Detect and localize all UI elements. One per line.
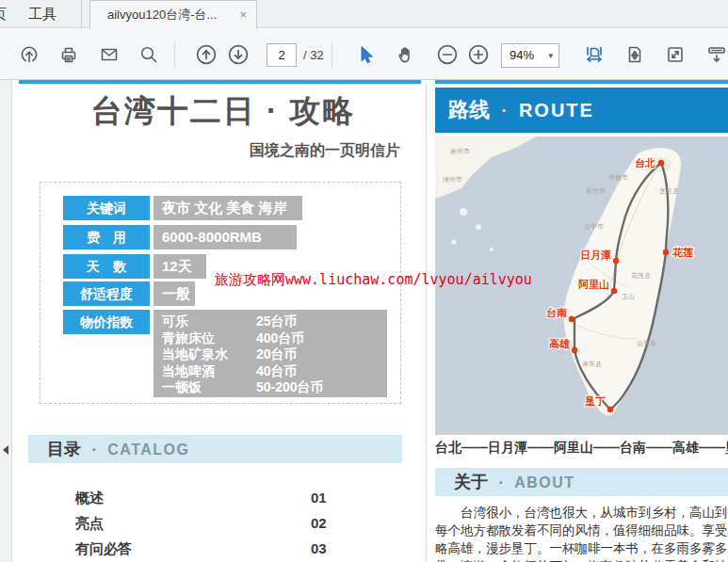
map-minor-label: 中坜市: [608, 173, 628, 182]
envelope-icon: [99, 44, 120, 65]
fit-page-icon: [624, 44, 645, 65]
zoom-out-button[interactable]: [431, 39, 463, 71]
plus-circle-icon: [467, 43, 490, 66]
price-row: 当地矿泉水 20台币: [162, 346, 387, 363]
actual-size-button[interactable]: [659, 39, 691, 71]
map-marker-tainan: [569, 316, 574, 322]
map-minor-label: 玉山: [622, 293, 635, 299]
info-label-cost: 费 用: [63, 225, 150, 249]
page-down-icon: [227, 43, 250, 66]
zoom-level-dropdown[interactable]: 94% ▾: [501, 43, 559, 68]
toolbar-divider: [332, 41, 332, 68]
price-row: 当地啤酒 40台币: [162, 363, 387, 380]
previous-page-edge: [19, 80, 421, 84]
catalog-item-label: 亮点: [75, 515, 104, 531]
about-line: 略高雄，漫步垦丁。一杯咖啡一本书，在多雨多雾多梦想的空: [435, 539, 728, 557]
document-tab[interactable]: ailvyou120台湾-台... ×: [89, 0, 257, 29]
info-label-keywords: 关键词: [63, 196, 150, 220]
map-marker-kenting: [607, 407, 613, 412]
watermark-text: 旅游攻略网www.liuchaw.com/lvyou/ailvyou: [215, 271, 532, 289]
catalog-item-label: 有问必答: [75, 540, 132, 556]
price-item-value: 50-200台币: [256, 379, 324, 396]
document-tab-title: ailvyou120台湾-台...: [107, 1, 217, 29]
previous-page-button[interactable]: [190, 39, 222, 71]
route-itinerary-text: 台北——日月潭——阿里山——台南——高雄——垦丁: [435, 440, 728, 457]
route-header-cn: 路线: [448, 98, 490, 121]
map-minor-label: 屏东县: [582, 361, 602, 367]
info-value-comfort: 一般: [154, 281, 195, 306]
search-icon: [138, 44, 159, 65]
cursor-arrow-icon: [355, 44, 376, 65]
map-minor-label: 台中市: [584, 222, 604, 231]
route-header-dot: ·: [501, 102, 507, 120]
about-header-en: ABOUT: [514, 474, 574, 490]
panel-collapse-arrow[interactable]: [3, 445, 8, 455]
map-minor-label: 漳州市: [443, 175, 462, 184]
catalog-item-label: 概述: [75, 490, 104, 506]
catalog-section-header: 目录 · CATALOG: [28, 435, 402, 463]
info-label-comfort: 舒适程度: [63, 281, 150, 306]
price-row: 一顿饭 50-200台币: [162, 379, 387, 396]
tabbar-divider: [81, 0, 82, 28]
price-item-name: 青旅床位: [162, 330, 256, 347]
navigation-panel-strip: [0, 80, 12, 562]
map-minor-label: 新竹市: [586, 186, 606, 194]
about-paragraph: 台湾很小，台湾也很大，从城市到乡村，高山到大海，峰 每个地方都散发着不同的风情，…: [435, 504, 728, 562]
tab-bar: 页 工具 ailvyou120台湾-台... ×: [0, 0, 728, 28]
page-total-label: / 32: [303, 43, 324, 67]
catalog-item-highlights: 亮点 02: [75, 515, 339, 532]
zoom-in-button[interactable]: [462, 39, 494, 71]
print-button[interactable]: [53, 39, 85, 71]
catalog-item-faq: 有问必答 03: [75, 540, 339, 557]
price-item-name: 一顿饭: [162, 379, 256, 396]
fit-page-button[interactable]: [619, 39, 651, 71]
map-minor-label: 台东县: [637, 340, 656, 347]
catalog-item-page: 03: [311, 540, 327, 556]
price-item-value: 20台币: [256, 346, 298, 363]
next-page-button[interactable]: [222, 39, 254, 71]
hand-tool-button[interactable]: [390, 39, 422, 71]
page-number-input[interactable]: 2: [267, 43, 297, 67]
info-label-days: 天 数: [63, 254, 150, 279]
price-item-name: 可乐: [162, 313, 256, 330]
price-item-name: 当地矿泉水: [162, 346, 256, 363]
route-header-en: ROUTE: [519, 100, 594, 120]
about-line: 每个地方都散发着不同的风情，值得细细品味。享受台北，品: [435, 522, 728, 539]
menu-tools[interactable]: 工具: [28, 0, 57, 28]
hand-icon: [396, 44, 416, 65]
content-area: 台湾十二日 · 攻略 国境之南的一页明信片 关键词 夜市 文化 美食 海岸 费 …: [0, 80, 728, 562]
map-minor-label: 花莲县: [631, 272, 651, 280]
about-header-dot: ·: [498, 474, 503, 490]
catalog-item-overview: 概述 01: [75, 490, 339, 506]
page-up-icon: [195, 43, 218, 66]
share-upload-button[interactable]: [13, 39, 45, 71]
pdf-page[interactable]: 台湾十二日 · 攻略 国境之南的一页明信片 关键词 夜市 文化 美食 海岸 费 …: [12, 80, 728, 562]
map-marker-taipei: [658, 160, 664, 166]
map-minor-label: 宜兰县: [659, 187, 679, 194]
email-button[interactable]: [93, 39, 125, 71]
printer-icon: [58, 44, 79, 65]
select-tool-button[interactable]: [349, 39, 381, 71]
scroll-mode-button[interactable]: [701, 39, 728, 71]
previous-page-edge: [435, 80, 728, 84]
map-stop-label: 台南: [546, 307, 567, 318]
catalog-item-page: 01: [311, 490, 327, 506]
map-marker-kaohsiung: [572, 347, 577, 353]
menu-home[interactable]: 页: [0, 0, 15, 28]
price-row: 可乐 25台币: [162, 313, 387, 330]
info-label-price-index: 物价指数: [63, 310, 150, 334]
fit-width-button[interactable]: [578, 39, 610, 71]
map-stop-label: 日月潭: [580, 249, 611, 261]
catalog-header-dot: ·: [91, 442, 96, 458]
search-button[interactable]: [133, 39, 165, 71]
map-marker-alishan: [611, 288, 617, 294]
catalog-header-en: CATALOG: [107, 442, 189, 458]
map-stop-label: 台北: [635, 157, 655, 169]
map-stop-label: 高雄: [549, 338, 570, 349]
tab-close-icon[interactable]: ×: [239, 1, 247, 29]
catalog-header-cn: 目录: [47, 440, 81, 458]
minus-circle-icon: [436, 43, 459, 66]
price-item-name: 当地啤酒: [162, 363, 256, 380]
price-item-value: 25台币: [256, 313, 298, 330]
page-title: 台湾十二日 · 攻略: [31, 90, 415, 133]
